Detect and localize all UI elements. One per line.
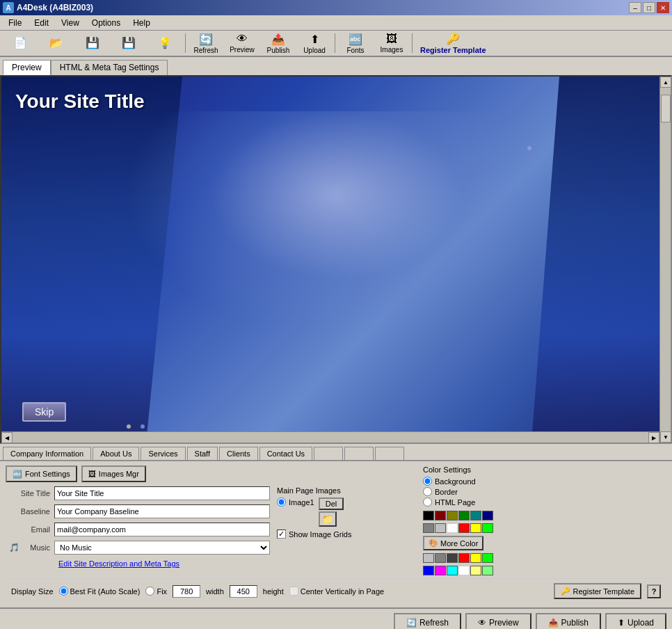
swatch-magenta[interactable] — [435, 566, 446, 575]
h-scroll-track[interactable] — [13, 432, 648, 443]
fix-radio[interactable] — [145, 587, 154, 596]
publish-bottom-button[interactable]: 📤 Publish — [536, 613, 601, 629]
register-toolbar-button[interactable]: 🔑 Register Template — [415, 31, 491, 55]
swatch-gray2[interactable] — [435, 553, 446, 563]
image1-option[interactable]: Image1 — [277, 497, 314, 507]
preview-toolbar-button[interactable]: 👁 Preview — [225, 31, 259, 55]
tab-company-info[interactable]: Company Information — [3, 447, 91, 460]
color-html-page-option[interactable]: HTML Page — [423, 497, 666, 507]
music-select[interactable]: No Music — [54, 541, 270, 555]
swatch-lime2[interactable] — [482, 553, 493, 563]
open-button[interactable]: 📂 — [39, 31, 74, 55]
scroll-left-button[interactable]: ◀ — [1, 432, 13, 443]
tab-contact-us[interactable]: Contact Us — [259, 447, 312, 460]
music-label: Music — [22, 543, 54, 552]
help-button[interactable]: ? — [647, 584, 661, 598]
browse-image-button[interactable]: 📁 — [319, 511, 337, 527]
swatch-yellow2[interactable] — [470, 553, 481, 563]
publish-toolbar-button[interactable]: 📤 Publish — [261, 31, 296, 55]
email-row: Email — [6, 523, 270, 536]
saveas-button[interactable]: 💾 — [111, 31, 146, 55]
refresh-button[interactable]: 🔄 Refresh — [189, 31, 223, 55]
swatch-lime[interactable] — [482, 523, 493, 533]
skip-button[interactable]: Skip — [22, 402, 66, 422]
tab-clients[interactable]: Clients — [219, 447, 258, 460]
refresh-bottom-button[interactable]: 🔄 Refresh — [394, 613, 461, 629]
site-title-input[interactable] — [54, 486, 270, 500]
font-settings-button[interactable]: 🔤 Font Settings — [6, 465, 77, 482]
more-color-button[interactable]: 🎨 More Color — [423, 536, 483, 550]
tab-html-meta[interactable]: HTML & Meta Tag Settings — [51, 60, 168, 75]
scroll-down-button[interactable]: ▼ — [660, 431, 671, 443]
swatch-gray[interactable] — [423, 523, 434, 533]
tab-about-us[interactable]: About Us — [93, 447, 139, 460]
fonts-toolbar-button[interactable]: 🔤 Fonts — [338, 31, 373, 55]
upload-toolbar-button[interactable]: ⬆ Upload — [297, 31, 332, 55]
vertical-scrollbar[interactable]: ▲ ▼ — [659, 77, 671, 443]
tab-preview[interactable]: Preview — [3, 60, 51, 75]
image1-radio[interactable] — [277, 497, 286, 507]
best-fit-radio[interactable] — [59, 587, 68, 596]
color-background-radio[interactable] — [423, 477, 432, 486]
swatch-navy[interactable] — [482, 511, 493, 520]
swatch-cyan[interactable] — [447, 566, 458, 575]
color-border-option[interactable]: Border — [423, 487, 666, 496]
scroll-thumb[interactable] — [661, 95, 671, 122]
swatch-teal[interactable] — [470, 511, 481, 520]
save-button[interactable]: 💾 — [75, 31, 110, 55]
fix-option[interactable]: Fix — [145, 587, 167, 596]
images-toolbar-button[interactable]: 🖼 Images — [374, 31, 409, 55]
email-input[interactable] — [54, 523, 270, 536]
width-input[interactable] — [173, 585, 200, 598]
center-option[interactable]: Center Vertically in Page — [289, 587, 384, 596]
swatch-white[interactable] — [447, 523, 458, 533]
tip-button[interactable]: 💡 — [147, 31, 182, 55]
del-image-button[interactable]: Del — [319, 497, 344, 510]
horizontal-scrollbar[interactable]: ◀ ▶ — [1, 431, 659, 443]
swatch-black[interactable] — [423, 511, 434, 520]
edit-meta-link[interactable]: Edit Site Description and Meta Tags — [58, 559, 179, 568]
color-background-option[interactable]: Background — [423, 477, 666, 486]
swatch-yellow[interactable] — [470, 523, 481, 533]
scroll-right-button[interactable]: ▶ — [648, 432, 659, 443]
minimize-button[interactable]: – — [629, 2, 641, 13]
menu-file[interactable]: File — [3, 17, 27, 29]
dot-indicator-2 — [141, 424, 145, 429]
swatch-lightgreen[interactable] — [482, 566, 493, 575]
best-fit-option[interactable]: Best Fit (Auto Scale) — [59, 587, 141, 596]
preview-bottom-button[interactable]: 👁 Preview — [465, 613, 531, 629]
height-input[interactable] — [230, 585, 257, 598]
swatch-silver[interactable] — [435, 523, 446, 533]
scroll-up-button[interactable]: ▲ — [660, 77, 671, 88]
register-template-button[interactable]: 🔑 Register Template — [554, 583, 641, 599]
baseline-input[interactable] — [54, 504, 270, 518]
swatch-lightyellow[interactable] — [470, 566, 481, 575]
swatch-silver2[interactable] — [423, 553, 434, 563]
tab-staff[interactable]: Staff — [187, 447, 218, 460]
font-settings-label: Font Settings — [25, 470, 70, 478]
close-button[interactable]: ✕ — [657, 2, 669, 13]
swatch-red[interactable] — [458, 523, 470, 533]
swatch-darkgray[interactable] — [447, 553, 458, 563]
menu-options[interactable]: Options — [86, 17, 126, 29]
new-button[interactable]: 📄 — [3, 31, 38, 55]
menu-help[interactable]: Help — [127, 17, 156, 29]
menu-edit[interactable]: Edit — [29, 17, 54, 29]
show-grids-checkbox[interactable]: ✓ — [277, 530, 286, 539]
menu-view[interactable]: View — [56, 17, 85, 29]
swatch-maroon[interactable] — [435, 511, 446, 520]
upload-bottom-label: Upload — [627, 618, 654, 628]
color-border-radio[interactable] — [423, 487, 432, 496]
swatch-blue[interactable] — [423, 566, 434, 575]
maximize-button[interactable]: □ — [643, 2, 655, 13]
scroll-track[interactable] — [660, 88, 671, 431]
upload-bottom-button[interactable]: ⬆ Upload — [605, 613, 666, 629]
swatch-white2[interactable] — [458, 566, 470, 575]
color-swatches-row3 — [423, 553, 666, 563]
swatch-olive[interactable] — [447, 511, 458, 520]
images-mgr-button[interactable]: 🖼 Images Mgr — [81, 465, 146, 482]
swatch-red2[interactable] — [458, 553, 470, 563]
swatch-green[interactable] — [458, 511, 470, 520]
tab-services[interactable]: Services — [141, 447, 185, 460]
color-html-page-radio[interactable] — [423, 497, 432, 507]
